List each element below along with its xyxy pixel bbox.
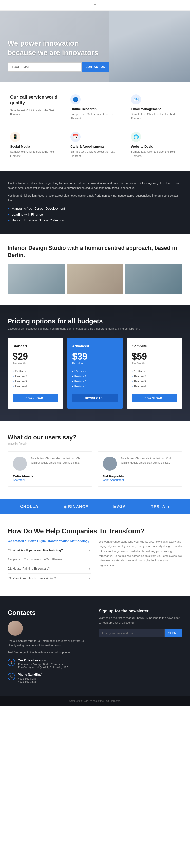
- download-button-complite[interactable]: Download ↓: [132, 394, 177, 402]
- calls-title: Calls & Appointments: [70, 145, 119, 148]
- contact-office-info: Our Office Location The Interior Design …: [18, 658, 68, 669]
- testimonial-text-2: Sample text. Click to select the text bo…: [121, 457, 177, 471]
- accordion-item-1[interactable]: 01. What is off page seo link building? …: [8, 546, 91, 555]
- contacts-grid: Contacts Use our contact form for all in…: [8, 609, 182, 683]
- transform-left: We created our own Digital Transformatio…: [8, 539, 91, 584]
- header: ≡: [0, 0, 190, 11]
- download-button-standart[interactable]: Download ↓: [13, 394, 58, 402]
- accordion-item-2[interactable]: 02. House Painting Essentials? ▼: [8, 564, 91, 574]
- testimonial-role-1: Secretary: [13, 478, 87, 481]
- accordion-arrow-3: ▼: [88, 577, 91, 580]
- office-line2: The Courtyard, 4 Quell 7, Colorado, USA: [18, 666, 68, 669]
- office-label: Our Office Location: [18, 658, 68, 662]
- accordion-content-1: Sample text. Click to select the Text El…: [8, 555, 91, 564]
- email-management-text: Sample text. Click to select the Text El…: [131, 112, 180, 120]
- newsletter-form: SUBMIT: [99, 629, 182, 638]
- contacts-extra: Feel free to get in touch with us via em…: [8, 650, 91, 655]
- feature-complite-2: Feature 2: [132, 374, 177, 379]
- brand-tesla: TESLA ▷: [151, 504, 170, 509]
- brand-binance: ◈ BINANCE: [64, 504, 88, 509]
- pricing-card-advanced: Advanced $39 Per Month 15 Users Feature …: [67, 338, 123, 408]
- feature-standart-1: 15 Users: [13, 369, 58, 374]
- phone-label: Phone (Landline): [18, 673, 42, 676]
- image-credit: Image by Freepik: [8, 442, 182, 445]
- portfolio-image-2: [67, 264, 124, 294]
- newsletter-section: Sign up for the newsletter Want to be th…: [99, 609, 182, 683]
- hero-email-input[interactable]: [8, 62, 82, 71]
- plan-name-complite: Complite: [132, 344, 177, 348]
- newsletter-submit-button[interactable]: SUBMIT: [165, 629, 182, 638]
- service-social-media: 📱 Social Media Sample text. Click to sel…: [8, 129, 62, 160]
- portfolio-image-1: [8, 264, 65, 294]
- feature-complite-3: Feature 3: [132, 379, 177, 384]
- feature-complite-1: 15 Users: [132, 369, 177, 374]
- plan-name-standart: Standart: [13, 344, 58, 348]
- contacts-section: Contacts Use our contact form for all in…: [0, 596, 190, 696]
- testimonial-name-1: Celia Almeda: [13, 474, 87, 478]
- social-media-title: Social Media: [10, 145, 59, 148]
- service-online-research: 🔵 Online Research Sample text. Click to …: [68, 92, 122, 123]
- feature-advanced-2: Feature 2: [72, 374, 118, 379]
- pricing-section: Pricing options for all budgets Excepteu…: [0, 305, 190, 421]
- service-website-design: 🌐 Website Design Sample text. Click to s…: [128, 129, 182, 160]
- footer: Sample text. Click to select the Text El…: [0, 696, 190, 706]
- contacts-avatar: [8, 621, 23, 636]
- online-research-icon: 🔵: [70, 94, 81, 104]
- download-button-advanced[interactable]: Download ↓: [72, 394, 118, 402]
- accordion-arrow-1: ▲: [88, 549, 91, 552]
- brand-crolla: CROLLA: [20, 504, 38, 509]
- brands-section: CROLLA ◈ BINANCE EVGA TESLA ▷: [0, 499, 190, 514]
- portfolio-grid: [8, 264, 182, 294]
- contacts-title: Contacts: [8, 609, 91, 617]
- online-research-title: Online Research: [70, 107, 119, 111]
- transform-title: How Do We Help Companies To Transform?: [8, 527, 182, 535]
- brand-evga: EVGA: [113, 504, 126, 509]
- newsletter-text: Want to be the first to read our news? S…: [99, 616, 182, 625]
- plan-features-standart: 15 Users Feature 2 Feature 3 Feature 4: [13, 369, 58, 389]
- transform-grid: We created our own Digital Transformatio…: [8, 539, 182, 584]
- transform-right: We want to understand who your clients a…: [99, 539, 182, 584]
- feature-complite-4: Feature 4: [132, 384, 177, 389]
- portfolio-section: Interior Design Studio with a human cent…: [0, 234, 190, 305]
- testimonial-top-1: Sample text. Click to select the text bo…: [13, 457, 87, 471]
- plan-features-advanced: 15 Users Feature 2 Feature 3 Feature 4: [72, 369, 118, 389]
- accordion-item-3[interactable]: 03. Plan Ahead For Home Painting? ▼: [8, 574, 91, 584]
- services-grid: Our call service world quality Sample te…: [8, 92, 182, 160]
- dark-section: Amet luctus venenatis lectus magna fring…: [0, 170, 190, 234]
- testimonial-avatar-2: [103, 457, 117, 471]
- plan-period-complite: Per Month: [132, 362, 177, 365]
- social-media-text: Sample text. Click to select the Text El…: [10, 150, 59, 158]
- contact-office-detail: 📍 Our Office Location The Interior Desig…: [8, 658, 91, 669]
- hamburger-icon[interactable]: ≡: [94, 3, 97, 8]
- plan-price-complite: $59: [132, 351, 177, 362]
- dark-paragraph-2: Nec feugiat nisl pretium fusce id justo …: [8, 193, 182, 203]
- pricing-header: Pricing options for all budgets Excepteu…: [8, 317, 182, 330]
- testimonial-text-1: Sample text. Click to select the text bo…: [31, 457, 87, 471]
- service-calls: 📅 Calls & Appointments Sample text. Clic…: [68, 129, 122, 160]
- dark-list-item-3: Harvard Business School Collection: [8, 218, 182, 222]
- social-media-icon: 📱: [10, 132, 20, 142]
- hero-section: We power innovation because we are innov…: [0, 11, 190, 82]
- newsletter-email-input[interactable]: [99, 629, 165, 638]
- pricing-subtitle: Excepteur sint occaecat cupidatat non pr…: [8, 327, 182, 330]
- phone-icon: 📞: [8, 673, 15, 680]
- footer-text: Sample text. Click to select the Text El…: [8, 700, 182, 703]
- hero-title: We power innovation because we are innov…: [8, 39, 109, 57]
- dark-list: Managing Your Career Development Leading…: [8, 207, 182, 222]
- accordion-title-3: 03. Plan Ahead For Home Painting?: [8, 577, 56, 580]
- hero-contact-button[interactable]: CONTACT US: [82, 62, 109, 71]
- pricing-card-complite: Complite $59 Per Month 15 Users Feature …: [127, 338, 182, 408]
- contacts-description: Use our contact form for all information…: [8, 639, 91, 648]
- services-intro-text: Sample text. Click to select the Text El…: [10, 108, 59, 117]
- services-section: Our call service world quality Sample te…: [0, 82, 190, 170]
- feature-advanced-1: 15 Users: [72, 369, 118, 374]
- accordion-title-2: 02. House Painting Essentials?: [8, 567, 50, 570]
- accordion-arrow-2: ▼: [88, 567, 91, 570]
- plan-price-advanced: $39: [72, 351, 118, 362]
- plan-features-complite: 15 Users Feature 2 Feature 3 Feature 4: [132, 369, 177, 389]
- email-management-icon: 📧: [131, 94, 141, 104]
- pricing-card-standart: Standart $29 Per Month 15 Users Feature …: [8, 338, 63, 408]
- hero-person-image: [109, 11, 190, 82]
- hero-content: We power innovation because we are innov…: [8, 39, 109, 71]
- testimonial-role-2: Chief Accountant: [103, 478, 177, 481]
